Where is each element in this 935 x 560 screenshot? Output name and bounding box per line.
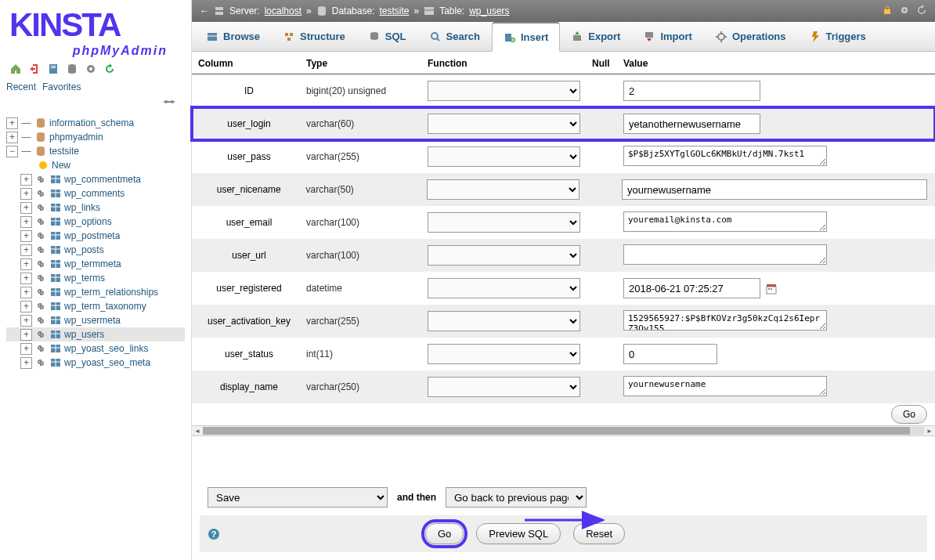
row-user-status: user_statusint(11) [192, 338, 935, 370]
svg-rect-67 [287, 38, 291, 41]
docs-icon[interactable] [47, 63, 60, 75]
link-icon [34, 342, 47, 355]
svg-rect-71 [505, 34, 511, 42]
go-button-footer[interactable]: Go [425, 523, 464, 544]
link-icon [34, 173, 47, 186]
input-user_status[interactable] [623, 344, 717, 364]
tree-table-wp-postmeta[interactable]: +wp_postmeta [6, 229, 185, 243]
tab-triggers[interactable]: Triggers [798, 22, 878, 51]
input-display_name[interactable]: yournewusername [623, 376, 827, 396]
bc-db[interactable]: testsite [379, 5, 409, 16]
tabs-bar: BrowseStructureSQLSearchInsertExportImpo… [192, 22, 935, 52]
lock-icon[interactable] [882, 5, 893, 18]
type-label: varchar(255) [306, 316, 428, 327]
prefs-icon[interactable] [85, 63, 97, 75]
bc-table[interactable]: wp_users [469, 5, 509, 16]
reset-button[interactable]: Reset [573, 523, 625, 544]
refresh-icon[interactable] [916, 5, 927, 18]
col-label: user_registered [198, 283, 306, 294]
bc-server[interactable]: localhost [265, 5, 301, 16]
horizontal-scrollbar[interactable]: ◄► [192, 425, 935, 436]
row-ID: IDbigint(20) unsigned [192, 74, 935, 107]
function-select-user_email[interactable] [428, 212, 580, 233]
function-select-user_nicename[interactable] [427, 179, 579, 200]
tree-table-wp-term-taxonomy[interactable]: +wp_term_taxonomy [6, 299, 185, 313]
tree-table-New[interactable]: New [6, 158, 185, 172]
function-select-user_status[interactable] [428, 344, 580, 364]
tree-table-wp-posts[interactable]: +wp_posts [6, 243, 185, 257]
logout-icon[interactable] [28, 63, 41, 75]
function-select-user_activation_key[interactable] [428, 311, 580, 331]
link-icon [34, 187, 47, 200]
after-action-select[interactable]: Go back to previous page [446, 487, 587, 508]
footer-panel: Save and then Go back to previous page ?… [192, 471, 935, 560]
col-label: user_activation_key [198, 316, 306, 327]
sql-icon[interactable] [66, 63, 78, 75]
tree-table-wp-term-relationships[interactable]: +wp_term_relationships [6, 285, 185, 299]
input-user_nicename[interactable] [622, 179, 927, 200]
tree-table-wp-usermeta[interactable]: +wp_usermeta [6, 313, 185, 327]
tree-table-wp-comments[interactable]: +wp_comments [6, 186, 185, 201]
input-user_activation_key[interactable]: 1529565927:$P$BfKOVzr3g50kzCqi2s6IeprZ3O… [623, 310, 827, 331]
tab-insert[interactable]: Insert [492, 22, 560, 52]
input-user_login[interactable] [623, 114, 760, 134]
input-user_registered[interactable] [623, 278, 760, 298]
db-tree: +—information_schema +—phpmyadmin −—test… [0, 113, 191, 532]
go-button-top[interactable]: Go [891, 405, 927, 424]
link-icon [34, 258, 47, 270]
tab-browse[interactable]: Browse [195, 22, 272, 51]
tree-table-wp-termmeta[interactable]: +wp_termmeta [6, 257, 185, 271]
gear-icon[interactable] [899, 5, 910, 18]
favorites-link[interactable]: Favorites [42, 81, 81, 92]
tree-db-information-schema[interactable]: +—information_schema [6, 116, 185, 130]
tree-db-testsite[interactable]: −—testsite [6, 144, 185, 158]
function-select-user_registered[interactable] [428, 278, 580, 298]
function-select-display_name[interactable] [428, 377, 580, 397]
nav-left-icon[interactable]: ← [200, 5, 209, 16]
input-user_url[interactable] [623, 244, 827, 265]
row-display-name: display_namevarchar(250)yournewusername [192, 370, 935, 403]
input-user_pass[interactable]: $P$Bjz5XYTglGOLc6KMBkUt/djMN.7kst1 [623, 146, 827, 166]
link-icon [34, 201, 47, 214]
tree-table-wp-yoast-seo-meta[interactable]: +wp_yoast_seo_meta [6, 356, 185, 370]
tree-table-wp-commentmeta[interactable]: +wp_commentmeta [6, 172, 185, 186]
tab-import[interactable]: Import [632, 22, 703, 51]
input-user_email[interactable]: youremail@kinsta.com [623, 211, 827, 232]
bc-table-label: Table: [439, 5, 464, 16]
col-label: ID [198, 85, 306, 96]
help-icon[interactable]: ? [208, 528, 220, 540]
main: ← Server: localhost » Database: testsite… [192, 0, 935, 560]
type-label: varchar(100) [306, 217, 428, 228]
hdr-type: Type [306, 58, 428, 69]
svg-rect-65 [285, 33, 288, 36]
tree-table-wp-links[interactable]: +wp_links [6, 201, 185, 215]
function-select-user_pass[interactable] [428, 146, 580, 167]
function-select-user_login[interactable] [428, 114, 580, 134]
svg-rect-66 [290, 33, 293, 36]
tab-operations[interactable]: Operations [704, 22, 798, 51]
tree-table-wp-users[interactable]: +wp_users [6, 327, 185, 341]
table-small-icon [49, 286, 62, 298]
link-icon [34, 272, 47, 284]
function-select-ID[interactable] [428, 81, 580, 101]
tree-table-wp-terms[interactable]: +wp_terms [6, 271, 185, 285]
row-user-activation-key: user_activation_keyvarchar(255)152956592… [192, 305, 935, 338]
function-select-user_url[interactable] [428, 245, 580, 266]
tab-structure[interactable]: Structure [272, 22, 357, 51]
link-icon [34, 314, 47, 327]
recent-link[interactable]: Recent [6, 81, 36, 92]
datepicker-icon[interactable] [765, 283, 778, 295]
tab-search[interactable]: Search [418, 22, 492, 51]
preview-sql-button[interactable]: Preview SQL [476, 523, 561, 544]
reload-icon[interactable] [103, 63, 116, 75]
input-ID[interactable] [623, 81, 760, 101]
tree-db-phpmyadmin[interactable]: +—phpmyadmin [6, 130, 185, 144]
tree-table-wp-yoast-seo-links[interactable]: +wp_yoast_seo_links [6, 341, 185, 356]
tab-sql[interactable]: SQL [357, 22, 418, 51]
home-icon[interactable] [9, 63, 22, 75]
tree-table-wp-options[interactable]: +wp_options [6, 215, 185, 229]
collapse-icon[interactable] [163, 97, 175, 108]
table-small-icon [49, 342, 62, 355]
tab-export[interactable]: Export [560, 22, 632, 51]
save-select[interactable]: Save [208, 487, 388, 508]
